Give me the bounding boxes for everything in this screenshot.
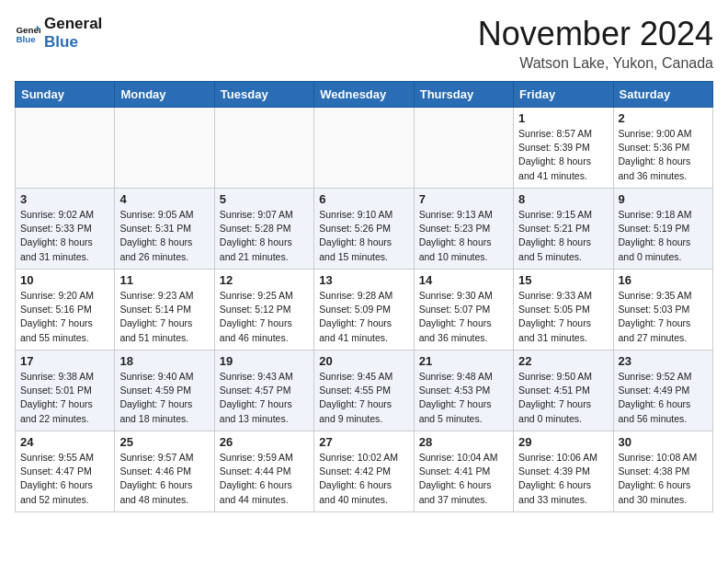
- day-number: 20: [319, 354, 408, 368]
- calendar-day-cell: 12Sunrise: 9:25 AM Sunset: 5:12 PM Dayli…: [214, 270, 313, 350]
- day-number: 17: [20, 354, 109, 368]
- day-info: Sunrise: 9:40 AM Sunset: 4:59 PM Dayligh…: [119, 370, 209, 426]
- day-number: 9: [619, 192, 708, 206]
- calendar-day-cell: 3Sunrise: 9:02 AM Sunset: 5:33 PM Daylig…: [16, 189, 115, 270]
- day-number: 19: [220, 354, 309, 368]
- day-info: Sunrise: 9:28 AM Sunset: 5:09 PM Dayligh…: [319, 289, 408, 345]
- day-info: Sunrise: 9:33 AM Sunset: 5:05 PM Dayligh…: [518, 289, 608, 345]
- day-info: Sunrise: 9:20 AM Sunset: 5:16 PM Dayligh…: [20, 289, 109, 345]
- calendar-day-cell: 8Sunrise: 9:15 AM Sunset: 5:21 PM Daylig…: [514, 189, 613, 270]
- calendar-day-cell: 13Sunrise: 9:28 AM Sunset: 5:09 PM Dayli…: [314, 270, 414, 350]
- calendar-day-cell: [214, 108, 313, 189]
- day-number: 23: [619, 354, 708, 368]
- day-number: 26: [220, 435, 309, 449]
- day-number: 18: [119, 354, 209, 368]
- day-info: Sunrise: 9:10 AM Sunset: 5:26 PM Dayligh…: [319, 208, 408, 264]
- day-info: Sunrise: 10:02 AM Sunset: 4:42 PM Daylig…: [319, 451, 408, 507]
- day-info: Sunrise: 9:30 AM Sunset: 5:07 PM Dayligh…: [419, 289, 508, 345]
- calendar-week-row: 1Sunrise: 8:57 AM Sunset: 5:39 PM Daylig…: [16, 108, 713, 189]
- calendar-week-row: 10Sunrise: 9:20 AM Sunset: 5:16 PM Dayli…: [16, 270, 713, 350]
- day-of-week-header: Saturday: [613, 82, 712, 108]
- calendar-day-cell: 11Sunrise: 9:23 AM Sunset: 5:14 PM Dayli…: [115, 270, 214, 350]
- day-info: Sunrise: 9:15 AM Sunset: 5:21 PM Dayligh…: [518, 208, 608, 264]
- calendar-day-cell: 15Sunrise: 9:33 AM Sunset: 5:05 PM Dayli…: [514, 270, 613, 350]
- logo: General Blue General Blue: [15, 15, 102, 52]
- calendar-day-cell: 27Sunrise: 10:02 AM Sunset: 4:42 PM Dayl…: [314, 431, 414, 512]
- calendar-day-cell: 24Sunrise: 9:55 AM Sunset: 4:47 PM Dayli…: [16, 431, 115, 512]
- calendar-day-cell: 5Sunrise: 9:07 AM Sunset: 5:28 PM Daylig…: [214, 189, 313, 270]
- calendar-day-cell: 29Sunrise: 10:06 AM Sunset: 4:39 PM Dayl…: [514, 431, 613, 512]
- day-of-week-header: Sunday: [16, 82, 115, 108]
- day-of-week-header: Friday: [514, 82, 613, 108]
- day-info: Sunrise: 9:25 AM Sunset: 5:12 PM Dayligh…: [220, 289, 309, 345]
- day-info: Sunrise: 9:50 AM Sunset: 4:51 PM Dayligh…: [518, 370, 608, 426]
- day-number: 30: [619, 435, 708, 449]
- day-info: Sunrise: 9:00 AM Sunset: 5:36 PM Dayligh…: [619, 127, 708, 183]
- calendar-day-cell: 6Sunrise: 9:10 AM Sunset: 5:26 PM Daylig…: [314, 189, 414, 270]
- day-number: 15: [518, 273, 608, 287]
- day-info: Sunrise: 9:38 AM Sunset: 5:01 PM Dayligh…: [20, 370, 109, 426]
- calendar-day-cell: 28Sunrise: 10:04 AM Sunset: 4:41 PM Dayl…: [414, 431, 513, 512]
- calendar-week-row: 17Sunrise: 9:38 AM Sunset: 5:01 PM Dayli…: [16, 350, 713, 431]
- day-info: Sunrise: 9:13 AM Sunset: 5:23 PM Dayligh…: [419, 208, 508, 264]
- day-number: 11: [119, 273, 209, 287]
- day-number: 2: [619, 111, 708, 125]
- day-number: 29: [518, 435, 608, 449]
- calendar-day-cell: [115, 108, 214, 189]
- day-of-week-header: Tuesday: [214, 82, 313, 108]
- day-number: 4: [119, 192, 209, 206]
- calendar-day-cell: 21Sunrise: 9:48 AM Sunset: 4:53 PM Dayli…: [414, 350, 513, 431]
- calendar-day-cell: [314, 108, 414, 189]
- day-info: Sunrise: 9:57 AM Sunset: 4:46 PM Dayligh…: [119, 451, 209, 507]
- month-title: November 2024: [478, 15, 713, 53]
- calendar-day-cell: 4Sunrise: 9:05 AM Sunset: 5:31 PM Daylig…: [115, 189, 214, 270]
- day-number: 27: [319, 435, 408, 449]
- day-info: Sunrise: 9:02 AM Sunset: 5:33 PM Dayligh…: [20, 208, 109, 264]
- day-of-week-header: Wednesday: [314, 82, 414, 108]
- day-number: 13: [319, 273, 408, 287]
- day-info: Sunrise: 9:35 AM Sunset: 5:03 PM Dayligh…: [619, 289, 708, 345]
- svg-text:Blue: Blue: [16, 34, 36, 44]
- day-info: Sunrise: 9:48 AM Sunset: 4:53 PM Dayligh…: [419, 370, 508, 426]
- calendar-day-cell: 1Sunrise: 8:57 AM Sunset: 5:39 PM Daylig…: [514, 108, 613, 189]
- day-info: Sunrise: 9:23 AM Sunset: 5:14 PM Dayligh…: [119, 289, 209, 345]
- day-info: Sunrise: 9:52 AM Sunset: 4:49 PM Dayligh…: [619, 370, 708, 426]
- day-number: 22: [518, 354, 608, 368]
- day-info: Sunrise: 9:45 AM Sunset: 4:55 PM Dayligh…: [319, 370, 408, 426]
- day-info: Sunrise: 10:04 AM Sunset: 4:41 PM Daylig…: [419, 451, 508, 507]
- day-number: 1: [518, 111, 608, 125]
- calendar-day-cell: 16Sunrise: 9:35 AM Sunset: 5:03 PM Dayli…: [613, 270, 712, 350]
- day-info: Sunrise: 10:06 AM Sunset: 4:39 PM Daylig…: [518, 451, 608, 507]
- calendar-day-cell: 9Sunrise: 9:18 AM Sunset: 5:19 PM Daylig…: [613, 189, 712, 270]
- calendar-week-row: 24Sunrise: 9:55 AM Sunset: 4:47 PM Dayli…: [16, 431, 713, 512]
- day-number: 25: [119, 435, 209, 449]
- calendar-day-cell: 2Sunrise: 9:00 AM Sunset: 5:36 PM Daylig…: [613, 108, 712, 189]
- calendar-day-cell: [16, 108, 115, 189]
- day-info: Sunrise: 10:08 AM Sunset: 4:38 PM Daylig…: [619, 451, 708, 507]
- day-number: 7: [419, 192, 508, 206]
- day-number: 24: [20, 435, 109, 449]
- day-info: Sunrise: 9:59 AM Sunset: 4:44 PM Dayligh…: [220, 451, 309, 507]
- day-number: 3: [20, 192, 109, 206]
- calendar-day-cell: 22Sunrise: 9:50 AM Sunset: 4:51 PM Dayli…: [514, 350, 613, 431]
- calendar-day-cell: 23Sunrise: 9:52 AM Sunset: 4:49 PM Dayli…: [613, 350, 712, 431]
- calendar-day-cell: 17Sunrise: 9:38 AM Sunset: 5:01 PM Dayli…: [16, 350, 115, 431]
- day-of-week-header: Monday: [115, 82, 214, 108]
- day-info: Sunrise: 9:55 AM Sunset: 4:47 PM Dayligh…: [20, 451, 109, 507]
- day-info: Sunrise: 9:07 AM Sunset: 5:28 PM Dayligh…: [220, 208, 309, 264]
- calendar-day-cell: 26Sunrise: 9:59 AM Sunset: 4:44 PM Dayli…: [214, 431, 313, 512]
- calendar-day-cell: 18Sunrise: 9:40 AM Sunset: 4:59 PM Dayli…: [115, 350, 214, 431]
- location: Watson Lake, Yukon, Canada: [478, 55, 713, 72]
- logo-line2: Blue: [44, 33, 102, 52]
- day-number: 14: [419, 273, 508, 287]
- logo-line1: General: [44, 15, 102, 33]
- page-header: General Blue General Blue November 2024 …: [15, 15, 713, 72]
- calendar-week-row: 3Sunrise: 9:02 AM Sunset: 5:33 PM Daylig…: [16, 189, 713, 270]
- calendar-day-cell: [414, 108, 513, 189]
- calendar-day-cell: 10Sunrise: 9:20 AM Sunset: 5:16 PM Dayli…: [16, 270, 115, 350]
- day-info: Sunrise: 8:57 AM Sunset: 5:39 PM Dayligh…: [518, 127, 608, 183]
- calendar-table: SundayMondayTuesdayWednesdayThursdayFrid…: [15, 81, 713, 512]
- logo-icon: General Blue: [15, 20, 40, 46]
- calendar-day-cell: 20Sunrise: 9:45 AM Sunset: 4:55 PM Dayli…: [314, 350, 414, 431]
- calendar-header-row: SundayMondayTuesdayWednesdayThursdayFrid…: [16, 82, 713, 108]
